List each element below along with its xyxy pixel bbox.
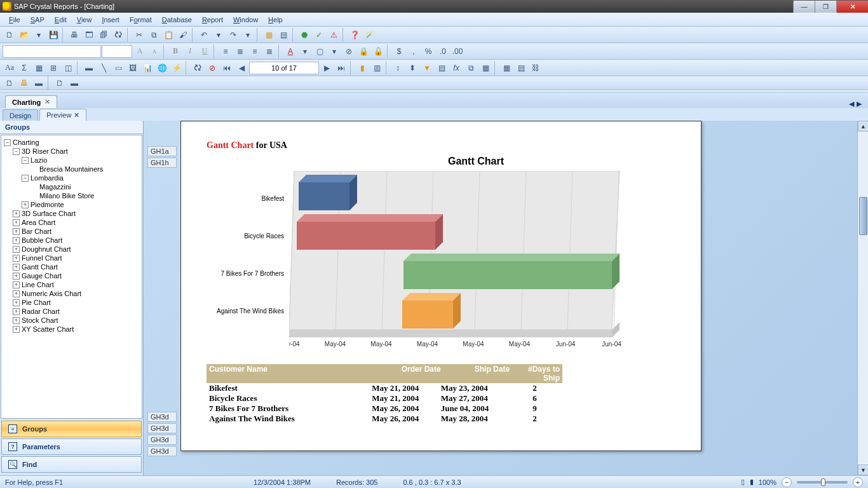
insert-group-button[interactable]: ▤ — [276, 28, 290, 42]
font-color-button[interactable]: A — [283, 44, 297, 58]
status-icon-1[interactable]: ▯ — [741, 478, 745, 486]
insert-summary-button[interactable]: Σ — [17, 61, 31, 75]
format-painter-button[interactable]: 🖌 — [176, 28, 190, 42]
stop-button[interactable]: ⊘ — [205, 61, 219, 75]
tree-expand-icon[interactable]: + — [13, 317, 20, 324]
tree-node[interactable]: 3D Surface Chart — [22, 210, 76, 217]
tree-leaf[interactable]: Milano Bike Store — [39, 192, 94, 200]
tree-node[interactable]: Radar Chart — [22, 308, 60, 315]
zoom-out-button[interactable]: − — [782, 477, 792, 487]
tree-expand-icon[interactable]: + — [13, 255, 20, 262]
font-name-input[interactable] — [3, 45, 101, 58]
tree-node[interactable]: Gantt Chart — [22, 263, 58, 271]
insert-chart-button[interactable]: 📊 — [140, 61, 154, 75]
save-button[interactable]: 💾 — [46, 28, 60, 42]
tree-node[interactable]: XY Scatter Chart — [22, 325, 74, 333]
misc-button-1[interactable]: 🗋 — [3, 76, 17, 90]
insert-group-button2[interactable]: ▦ — [32, 61, 46, 75]
menu-help[interactable]: Help — [263, 14, 288, 25]
tree-node[interactable]: Line Chart — [22, 281, 54, 288]
paste-button[interactable]: 📋 — [161, 28, 175, 42]
outside-borders-button[interactable]: ▢ — [313, 44, 327, 58]
toggle-group-tree-button[interactable]: ▦ — [262, 28, 276, 42]
undo-dropdown[interactable]: ▾ — [212, 28, 226, 42]
new-button[interactable]: 🗋 — [3, 28, 17, 42]
section-expert-button[interactable]: ▤ — [435, 61, 449, 75]
insert-subreport-button[interactable]: ▬ — [82, 61, 96, 75]
tree-expand-icon[interactable]: + — [13, 281, 20, 288]
percent-button[interactable]: % — [421, 44, 435, 58]
report-explorer-button[interactable]: ▥ — [370, 61, 384, 75]
tree-expand-icon[interactable]: + — [13, 219, 20, 226]
decrease-font-button[interactable]: A — [147, 44, 161, 58]
tree-expand-icon[interactable]: + — [13, 290, 20, 297]
scroll-thumb[interactable] — [859, 197, 867, 235]
bold-button[interactable]: B — [168, 44, 182, 58]
tree-leaf[interactable]: Brescia Mountainers — [39, 165, 103, 173]
tree-leaf[interactable]: Magazzini — [39, 183, 71, 191]
database-expert-button[interactable]: ⬣ — [297, 28, 311, 42]
sort-button[interactable]: ↕ — [391, 61, 405, 75]
close-button[interactable]: ✕ — [836, 1, 868, 13]
tree-expand-icon[interactable]: + — [22, 201, 29, 208]
section-label[interactable]: GH1h — [147, 158, 177, 168]
minimize-button[interactable]: — — [793, 1, 815, 13]
zoom-slider[interactable] — [797, 481, 848, 484]
menu-sap[interactable]: SAP — [25, 14, 50, 25]
increase-decimals-button[interactable]: .0 — [436, 44, 450, 58]
menu-file[interactable]: File — [4, 14, 25, 25]
decrease-decimals-button[interactable]: .00 — [451, 44, 465, 58]
tab-design[interactable]: Design — [3, 109, 38, 121]
underline-button[interactable]: U — [198, 44, 212, 58]
tree-collapse-icon[interactable]: − — [22, 157, 29, 164]
align-right-button[interactable]: ≡ — [248, 44, 262, 58]
group-tree[interactable]: −Charting −3D Riser Chart −Lazio Brescia… — [1, 135, 142, 419]
group-sort-button[interactable]: ⬍ — [405, 61, 419, 75]
italic-button[interactable]: I — [183, 44, 197, 58]
refresh-report-button[interactable]: 🗘 — [191, 61, 205, 75]
suppress-button[interactable]: ⊘ — [342, 44, 356, 58]
tree-node[interactable]: 3D Riser Chart — [22, 147, 68, 155]
print-button[interactable]: 🖶 — [67, 28, 81, 42]
status-icon-2[interactable]: ▮ — [750, 478, 754, 486]
insert-flash-button[interactable]: ⚡ — [170, 61, 184, 75]
insert-crosstab-button[interactable]: ⊞ — [46, 61, 60, 75]
tree-expand-icon[interactable]: + — [13, 246, 20, 253]
tree-expand-icon[interactable]: + — [13, 326, 20, 333]
increase-font-button[interactable]: A — [133, 44, 147, 58]
tree-node[interactable]: Funnel Chart — [22, 254, 62, 262]
scroll-up-icon[interactable]: ▲ — [858, 121, 868, 132]
section-label[interactable]: GH3d — [147, 435, 177, 445]
report-wizard-button[interactable]: 🪄 — [362, 28, 376, 42]
misc-button-4[interactable]: 🗋 — [53, 76, 67, 90]
misc-button-2[interactable]: 🖶 — [17, 76, 31, 90]
menu-database[interactable]: Database — [157, 14, 197, 25]
tree-node[interactable]: Pie Chart — [22, 299, 51, 306]
tree-node[interactable]: Charting — [13, 139, 39, 146]
document-tab-charting[interactable]: Charting ✕ — [5, 95, 57, 108]
sidebar-button-groups[interactable]: ≡Groups — [1, 421, 142, 437]
insert-picture-button[interactable]: 🖼 — [126, 61, 140, 75]
section-label[interactable]: GH3d — [147, 446, 177, 456]
page-number-input[interactable] — [249, 62, 319, 74]
sidebar-button-find[interactable]: 🔍Find — [1, 456, 142, 473]
tree-collapse-icon[interactable]: − — [4, 139, 11, 146]
tree-expand-icon[interactable]: + — [13, 308, 20, 315]
tree-node[interactable]: Doughnut Chart — [22, 245, 71, 253]
redo-dropdown[interactable]: ▾ — [241, 28, 255, 42]
copy-button[interactable]: ⧉ — [147, 28, 161, 42]
select-expert-button[interactable]: ▼ — [420, 61, 434, 75]
help-button[interactable]: ❓ — [348, 28, 362, 42]
sidebar-button-parameters[interactable]: ?Parameters — [1, 438, 142, 455]
tree-expand-icon[interactable]: + — [13, 237, 20, 244]
borders-dropdown[interactable]: ▾ — [327, 44, 341, 58]
insert-line-button[interactable]: ╲ — [97, 61, 111, 75]
tree-node[interactable]: Lombardia — [31, 174, 64, 182]
prev-page-button[interactable]: ◀ — [234, 61, 248, 75]
formula-workshop-button[interactable]: fx — [449, 61, 463, 75]
insert-text-button[interactable]: Aa — [3, 61, 17, 75]
redo-button[interactable]: ↷ — [226, 28, 240, 42]
tree-node[interactable]: Area Chart — [22, 219, 55, 226]
tree-expand-icon[interactable]: + — [13, 264, 20, 271]
lock-size-button[interactable]: 🔓 — [371, 44, 385, 58]
